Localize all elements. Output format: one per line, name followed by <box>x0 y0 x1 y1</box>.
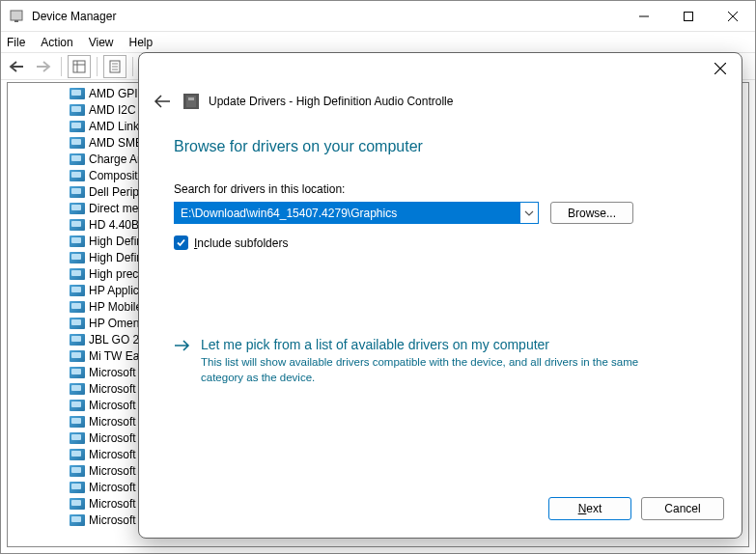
tree-item-label: High Defin <box>89 235 143 248</box>
include-subfolders-checkbox[interactable] <box>174 235 188 250</box>
tree-item-label: HP Applica <box>89 284 145 297</box>
chevron-down-icon[interactable] <box>520 203 538 223</box>
device-type-icon <box>70 153 85 165</box>
next-button[interactable]: NextNext <box>548 497 631 520</box>
device-type-icon <box>70 268 85 280</box>
update-drivers-dialog: Update Drivers - High Definition Audio C… <box>138 52 742 539</box>
dialog-heading: Browse for drivers on your computer <box>174 138 707 155</box>
menu-action[interactable]: Action <box>41 36 72 49</box>
menubar: File Action View Help <box>1 32 755 53</box>
dialog-title: Update Drivers - High Definition Audio C… <box>209 95 453 108</box>
include-subfolders-label: IInclude subfoldersnclude subfolders <box>194 236 288 250</box>
toolbar-properties-icon[interactable] <box>103 55 126 78</box>
svg-rect-17 <box>188 97 194 100</box>
svg-rect-0 <box>11 11 22 20</box>
back-button[interactable] <box>5 55 28 78</box>
device-icon <box>183 94 199 109</box>
device-type-icon <box>70 301 85 313</box>
device-type-icon <box>70 498 85 510</box>
pick-option-desc: This list will show available drivers co… <box>201 354 655 385</box>
pick-from-list-option[interactable]: Let me pick from a list of available dri… <box>174 337 707 385</box>
dialog-back-button[interactable] <box>151 90 174 113</box>
device-type-icon <box>70 482 85 493</box>
driver-path-combobox[interactable]: E:\Download\win64_15407.4279\Graphics <box>174 202 539 224</box>
device-type-icon <box>70 104 85 116</box>
toolbar-detail-icon[interactable] <box>68 55 91 78</box>
device-type-icon <box>70 449 85 460</box>
tree-item-label: AMD SMB <box>89 136 143 150</box>
maximize-button[interactable] <box>666 1 711 32</box>
svg-rect-1 <box>14 20 18 22</box>
device-type-icon <box>70 334 85 346</box>
device-type-icon <box>70 318 85 329</box>
search-location-label: Search for drivers in this location: <box>174 182 707 196</box>
close-button[interactable] <box>711 1 755 32</box>
device-type-icon <box>70 170 85 181</box>
svg-rect-16 <box>186 96 196 107</box>
arrow-right-icon <box>174 339 191 356</box>
device-type-icon <box>70 465 85 477</box>
device-type-icon <box>70 383 85 395</box>
device-type-icon <box>70 400 85 411</box>
device-type-icon <box>70 88 85 99</box>
tree-item-label: AMD Link <box>89 120 139 133</box>
tree-item-label: HP Mobile <box>89 300 142 314</box>
device-type-icon <box>70 285 85 296</box>
menu-file[interactable]: File <box>7 36 25 49</box>
app-icon <box>9 9 24 24</box>
device-type-icon <box>70 137 85 149</box>
device-type-icon <box>70 350 85 362</box>
device-type-icon <box>70 416 85 428</box>
device-type-icon <box>70 367 85 378</box>
svg-rect-6 <box>73 61 85 72</box>
tree-item-label: High Defin <box>89 251 143 264</box>
device-type-icon <box>70 219 85 231</box>
menu-help[interactable]: Help <box>129 36 154 49</box>
device-type-icon <box>70 186 85 198</box>
minimize-button[interactable] <box>622 1 666 32</box>
browse-button[interactable]: Browse... <box>550 202 633 224</box>
forward-button[interactable] <box>32 55 55 78</box>
menu-view[interactable]: View <box>89 36 114 49</box>
titlebar: Device Manager <box>1 1 755 32</box>
pick-option-title: Let me pick from a list of available dri… <box>201 337 707 352</box>
window-title: Device Manager <box>32 10 622 23</box>
tree-item-label: Direct men <box>89 202 145 215</box>
device-type-icon <box>70 203 85 214</box>
device-type-icon <box>70 235 85 247</box>
dialog-close-button[interactable] <box>707 55 734 82</box>
device-type-icon <box>70 121 85 132</box>
device-type-icon <box>70 432 85 444</box>
driver-path-value[interactable]: E:\Download\win64_15407.4279\Graphics <box>175 203 520 223</box>
svg-rect-3 <box>685 12 693 20</box>
tree-item-label: Dell Periph <box>89 185 146 199</box>
device-type-icon <box>70 514 85 526</box>
device-type-icon <box>70 252 85 263</box>
cancel-button[interactable]: Cancel <box>641 497 724 520</box>
tree-item-label: Composite <box>89 169 144 182</box>
